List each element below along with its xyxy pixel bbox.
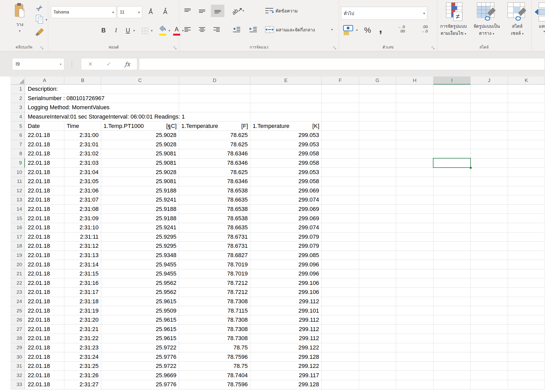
cell-G16[interactable] (359, 223, 396, 232)
cell-B8[interactable]: 2:31:02 (64, 149, 101, 159)
insert-function-icon[interactable]: ƒx (125, 61, 130, 67)
row-header-28[interactable]: 28 (10, 334, 25, 343)
cell-G2[interactable] (359, 94, 396, 103)
cell-G32[interactable] (359, 371, 396, 380)
column-header-E[interactable]: E (250, 77, 322, 85)
font-size-dropdown-arrow[interactable]: ▾ (136, 10, 142, 14)
cell-F20[interactable] (322, 260, 359, 269)
cell-C7[interactable]: 25.9028 (101, 140, 179, 149)
column-header-B[interactable]: B (64, 77, 101, 85)
cell-E20[interactable]: 299.096 (250, 260, 322, 269)
cell-C16[interactable]: 25.9241 (101, 223, 179, 232)
cell-G29[interactable] (359, 343, 396, 353)
decrease-decimal-button[interactable]: .00 →.0 (412, 24, 428, 36)
cell-G5[interactable] (359, 121, 396, 131)
cell-F19[interactable] (322, 251, 359, 260)
cell-F15[interactable] (322, 214, 359, 223)
cell-J15[interactable] (471, 214, 508, 223)
cell-B24[interactable]: 2:31:18 (64, 297, 101, 306)
cell-B33[interactable]: 2:31:27 (64, 380, 101, 389)
borders-dropdown-arrow[interactable]: ▾ (151, 29, 153, 32)
cell-K25[interactable] (508, 306, 545, 315)
cell-C12[interactable]: 25.9188 (101, 186, 179, 196)
cell-C33[interactable]: 25.9776 (101, 380, 179, 389)
column-header-J[interactable]: J (471, 77, 508, 85)
cell-C24[interactable]: 25.9615 (101, 297, 179, 306)
cell-I10[interactable] (433, 168, 471, 177)
cell-F9[interactable] (322, 159, 359, 168)
cell-J8[interactable] (471, 149, 508, 159)
font-dialog-launcher-icon[interactable] (173, 46, 177, 50)
cell-D31[interactable]: 78.75 (179, 362, 250, 371)
cell-B15[interactable]: 2:31:09 (64, 214, 101, 223)
cell-J23[interactable] (471, 288, 508, 297)
cell-D29[interactable]: 78.75 (179, 343, 250, 353)
cell-B5[interactable]: Time (64, 121, 101, 131)
cell-B25[interactable]: 2:31:19 (64, 306, 101, 315)
cell-K7[interactable] (508, 140, 545, 149)
cell-G9[interactable] (359, 159, 396, 168)
cell-C25[interactable]: 25.9509 (101, 306, 179, 315)
cell-A12[interactable]: 22.01.18 (25, 186, 64, 196)
cell-H33[interactable] (396, 380, 433, 389)
cell-D23[interactable]: 78.7212 (179, 288, 250, 297)
cell-I2[interactable] (433, 94, 471, 103)
cell-G22[interactable] (359, 278, 396, 288)
cell-I1[interactable] (433, 85, 471, 94)
cell-K12[interactable] (508, 186, 545, 196)
cell-H12[interactable] (396, 186, 433, 196)
cell-E6[interactable]: 299.053 (250, 131, 322, 140)
cell-F26[interactable] (322, 315, 359, 325)
cell-K11[interactable] (508, 177, 545, 186)
column-header-A[interactable]: A (25, 77, 64, 85)
increase-decimal-button[interactable]: ←.0 .00 (389, 24, 405, 36)
format-as-table-button[interactable]: จัดรูปแบบเป็น ตาราง ▾ (470, 2, 503, 37)
underline-button[interactable]: U (123, 25, 132, 36)
cell-A10[interactable]: 22.01.18 (25, 168, 64, 177)
row-header-13[interactable]: 13 (10, 195, 25, 205)
cell-C23[interactable]: 25.9562 (101, 288, 179, 297)
cell-I6[interactable] (433, 131, 471, 140)
align-top-button[interactable] (182, 6, 193, 16)
accounting-format-button[interactable] (342, 24, 355, 36)
cell-A25[interactable]: 22.01.18 (25, 306, 64, 315)
fill-handle[interactable] (470, 167, 472, 169)
cell-K6[interactable] (508, 131, 545, 140)
cell-C10[interactable]: 25.9028 (101, 168, 179, 177)
cell-F10[interactable] (322, 168, 359, 177)
cell-C8[interactable]: 25.9081 (101, 149, 179, 159)
cell-D16[interactable]: 78.6635 (179, 223, 250, 232)
cell-D21[interactable]: 78.7019 (179, 269, 250, 279)
cell-H16[interactable] (396, 223, 433, 232)
cell-I16[interactable] (433, 223, 471, 232)
cell-H28[interactable] (396, 334, 433, 343)
select-all-button[interactable] (10, 77, 25, 85)
cell-G17[interactable] (359, 232, 396, 242)
cell-B32[interactable]: 2:31:26 (64, 371, 101, 380)
cell-E21[interactable]: 299.096 (250, 269, 322, 279)
cell-B23[interactable]: 2:31:17 (64, 288, 101, 297)
cell-D18[interactable]: 78.6731 (179, 242, 250, 251)
row-header-25[interactable]: 25 (10, 306, 25, 315)
cell-F22[interactable] (322, 278, 359, 288)
cell-H2[interactable] (396, 94, 433, 103)
cell-G18[interactable] (359, 242, 396, 251)
cell-C30[interactable]: 25.9776 (101, 352, 179, 362)
cell-K32[interactable] (508, 371, 545, 380)
cell-C27[interactable]: 25.9615 (101, 325, 179, 334)
cell-B27[interactable]: 2:31:21 (64, 325, 101, 334)
cell-D1[interactable] (179, 85, 250, 94)
cell-A11[interactable]: 22.01.18 (25, 177, 64, 186)
column-header-H[interactable]: H (396, 77, 433, 85)
cell-C17[interactable]: 25.9295 (101, 232, 179, 242)
copy-button[interactable] (34, 15, 45, 25)
cell-F32[interactable] (322, 371, 359, 380)
cell-E2[interactable] (250, 94, 322, 103)
row-header-2[interactable]: 2 (10, 94, 25, 103)
cell-A18[interactable]: 22.01.18 (25, 242, 64, 251)
cell-K10[interactable] (508, 168, 545, 177)
cell-H1[interactable] (396, 85, 433, 94)
cell-G3[interactable] (359, 103, 396, 112)
cell-G11[interactable] (359, 177, 396, 186)
cell-H17[interactable] (396, 232, 433, 242)
